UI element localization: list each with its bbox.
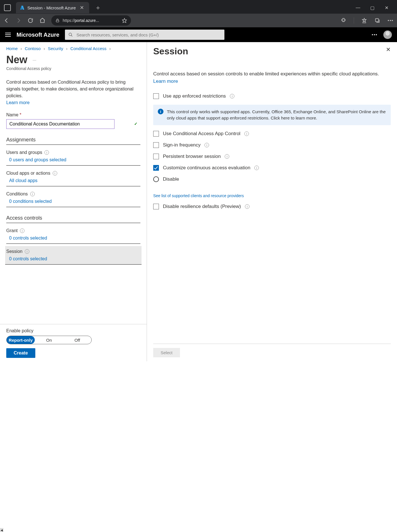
info-icon[interactable]: i	[244, 131, 249, 136]
info-icon[interactable]: i	[53, 171, 57, 176]
panel-description: Control access based on session controls…	[153, 70, 391, 85]
page-title: New	[6, 54, 27, 66]
tab-title: Session - Microsoft Azure	[27, 5, 76, 10]
page-more-button[interactable]: …	[32, 57, 37, 61]
portal-more-button[interactable]: •••	[372, 32, 378, 37]
info-circle-icon: i	[158, 109, 163, 114]
info-icon[interactable]: i	[20, 228, 24, 233]
persistent-browser-label: Persistent browser session	[163, 154, 221, 159]
info-icon[interactable]: i	[25, 249, 29, 254]
breadcrumb: Home› Contoso› Security› Conditional Acc…	[6, 46, 140, 51]
breadcrumb-contoso[interactable]: Contoso	[25, 46, 41, 51]
window-maximize-button[interactable]: ▢	[370, 5, 375, 11]
close-panel-button[interactable]: ✕	[386, 46, 391, 53]
use-app-enforced-label: Use app enforced restrictions	[163, 93, 226, 99]
url-text: https://portal.azure...	[63, 18, 99, 23]
favorite-icon[interactable]	[122, 18, 127, 23]
svg-marker-4	[363, 18, 366, 22]
svg-marker-3	[122, 18, 127, 23]
customize-cae-checkbox[interactable]	[153, 165, 159, 171]
portal-menu-button[interactable]	[5, 32, 11, 38]
panel-learn-more-link[interactable]: Learn more	[153, 79, 178, 84]
learn-more-link[interactable]: Learn more	[6, 100, 30, 105]
url-field[interactable]: https://portal.azure...	[51, 15, 131, 26]
use-ca-app-control-checkbox[interactable]	[153, 131, 159, 137]
breadcrumb-conditional-access[interactable]: Conditional Access	[70, 46, 107, 51]
left-footer: Enable policy Report-only On Off Create	[0, 324, 147, 361]
use-ca-app-control-label: Use Conditional Access App Control	[163, 131, 240, 137]
page-subtitle: Conditional Access policy	[6, 66, 140, 71]
window-close-button[interactable]: ✕	[384, 5, 389, 11]
info-icon[interactable]: i	[30, 192, 35, 196]
azure-brand[interactable]: Microsoft Azure	[17, 32, 59, 38]
policy-name-input[interactable]	[6, 119, 114, 129]
supported-clients-link[interactable]: See list of supported clients and resour…	[153, 193, 391, 198]
breadcrumb-home[interactable]: Home	[6, 46, 18, 51]
azure-top-bar: Microsoft Azure •••	[0, 27, 397, 42]
conditions-value[interactable]: 0 conditions selected	[6, 199, 140, 204]
grant-value[interactable]: 0 controls selected	[6, 236, 140, 241]
new-tab-button[interactable]: ＋	[91, 3, 105, 12]
section-access-controls: Access controls	[6, 215, 140, 223]
browser-address-bar: https://portal.azure... •••	[0, 14, 397, 27]
users-and-groups-value[interactable]: 0 users and groups selected	[6, 157, 140, 162]
info-callout[interactable]: i This control only works with supported…	[153, 105, 391, 125]
create-button[interactable]: Create	[6, 348, 35, 358]
disable-label: Disable	[163, 176, 179, 182]
info-icon[interactable]: i	[44, 150, 49, 155]
favorites-list-icon[interactable]	[361, 18, 367, 23]
customize-cae-label: Customize continuous access evaluation	[163, 165, 250, 171]
page-description: Control access based on Conditional Acce…	[6, 79, 140, 106]
refresh-button[interactable]	[27, 17, 34, 24]
svg-rect-2	[56, 20, 59, 22]
user-avatar[interactable]	[383, 30, 392, 39]
portal-search[interactable]	[65, 30, 224, 40]
azure-icon	[20, 5, 24, 10]
disable-resilience-checkbox[interactable]	[153, 204, 159, 209]
window-minimize-button[interactable]: —	[355, 5, 361, 11]
section-assignments: Assignments	[6, 137, 140, 145]
disable-resilience-label: Disable resilience defaults (Preview)	[163, 204, 241, 209]
info-icon[interactable]: i	[230, 94, 234, 98]
back-button[interactable]	[3, 17, 10, 24]
browser-tab[interactable]: Session - Microsoft Azure ✕	[16, 2, 89, 13]
extensions-icon[interactable]	[341, 18, 346, 23]
conditions-item[interactable]: Conditionsi 0 conditions selected	[6, 189, 140, 207]
info-icon[interactable]: i	[225, 154, 229, 159]
session-value[interactable]: 0 controls selected	[6, 256, 140, 261]
browser-tab-bar: Session - Microsoft Azure ✕ ＋ — ▢ ✕	[0, 0, 397, 14]
toggle-report-only[interactable]: Report-only	[7, 336, 35, 344]
svg-rect-6	[376, 18, 379, 22]
name-label: Name*	[6, 112, 140, 117]
svg-point-7	[69, 33, 71, 36]
svg-line-8	[71, 35, 72, 36]
portal-search-input[interactable]	[76, 32, 221, 38]
breadcrumb-security[interactable]: Security	[48, 46, 63, 51]
use-app-enforced-checkbox[interactable]	[153, 93, 159, 99]
sign-in-frequency-label: Sign-in frequency	[163, 142, 200, 148]
validation-check-icon: ✓	[134, 121, 138, 126]
panel-title: Session	[153, 46, 188, 57]
tab-overview-icon[interactable]	[4, 4, 11, 11]
persistent-browser-checkbox[interactable]	[153, 154, 159, 159]
info-icon[interactable]: i	[254, 166, 259, 170]
disable-radio[interactable]	[153, 176, 159, 182]
collections-icon[interactable]	[375, 18, 380, 23]
browser-menu-button[interactable]: •••	[388, 18, 394, 23]
grant-item[interactable]: Granti 0 controls selected	[6, 225, 140, 244]
sign-in-frequency-checkbox[interactable]	[153, 142, 159, 148]
tab-close-icon[interactable]: ✕	[79, 5, 85, 11]
users-and-groups-item[interactable]: Users and groupsi 0 users and groups sel…	[6, 147, 140, 166]
session-item[interactable]: Sessioni 0 controls selected	[5, 246, 142, 265]
forward-button	[15, 17, 22, 24]
cloud-apps-value[interactable]: All cloud apps	[6, 178, 140, 183]
cloud-apps-item[interactable]: Cloud apps or actionsi All cloud apps	[6, 168, 140, 186]
toggle-on[interactable]: On	[35, 336, 63, 344]
info-icon[interactable]: i	[245, 204, 249, 209]
toggle-off[interactable]: Off	[63, 336, 91, 344]
select-button: Select	[153, 348, 180, 357]
enable-policy-label: Enable policy	[6, 328, 140, 333]
home-button[interactable]	[39, 17, 46, 24]
enable-policy-toggle[interactable]: Report-only On Off	[6, 336, 92, 344]
info-icon[interactable]: i	[204, 143, 209, 147]
